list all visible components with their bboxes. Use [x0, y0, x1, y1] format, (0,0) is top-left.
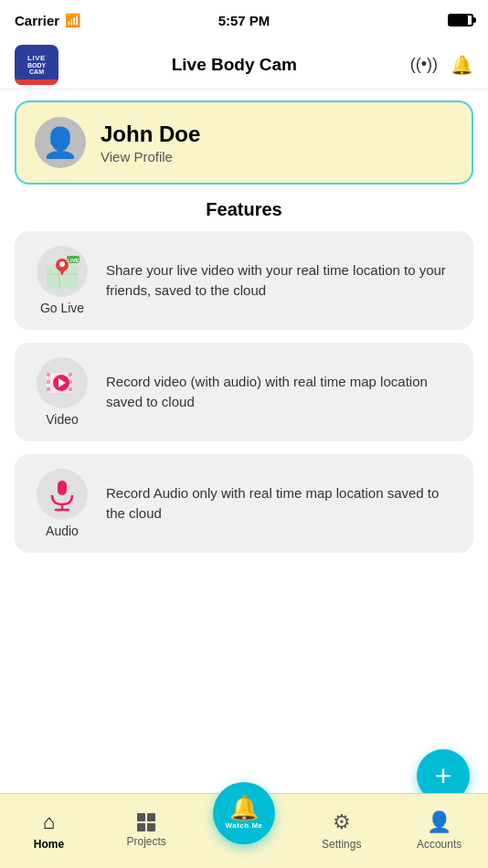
video-icon [41, 362, 83, 404]
audio-icon-circle [37, 469, 88, 520]
audio-icon-wrap: Audio [33, 469, 91, 538]
audio-icon [41, 473, 83, 515]
svg-rect-11 [47, 387, 50, 391]
video-label: Video [46, 412, 79, 427]
header-actions: ((•)) 🔔 [410, 54, 473, 76]
nav-watch-me[interactable]: 🔔 Watch Me [196, 782, 293, 844]
bottom-navigation: ⌂ Home Projects 🔔 Watch Me ⚙ Settings 👤 … [0, 793, 488, 868]
audio-description: Record Audio only with real time map loc… [106, 483, 455, 524]
view-profile-link[interactable]: View Profile [101, 149, 200, 164]
accounts-icon: 👤 [427, 810, 451, 834]
avatar-icon: 👤 [42, 125, 79, 160]
video-icon-circle [37, 357, 88, 408]
notification-bell-icon[interactable]: 🔔 [451, 54, 473, 76]
wifi-icon: 📶 [65, 13, 80, 27]
watch-me-text: Watch Me [225, 821, 262, 830]
go-live-label: Go Live [40, 301, 84, 315]
app-header: LIVE BODY CAM Live Body Cam ((•)) 🔔 [0, 40, 488, 90]
nav-accounts-label: Accounts [417, 838, 461, 851]
plus-icon: + [435, 761, 452, 790]
svg-rect-10 [47, 380, 50, 384]
page-title: Live Body Cam [172, 55, 297, 75]
status-bar: Carrier 📶 5:57 PM [0, 0, 488, 40]
logo-body-text: BODY [27, 62, 46, 69]
watch-me-bell-icon: 🔔 [229, 796, 259, 820]
svg-rect-12 [69, 373, 72, 376]
battery-icon [448, 14, 473, 26]
home-icon: ⌂ [43, 810, 55, 834]
projects-icon [137, 813, 155, 831]
svg-rect-9 [47, 373, 50, 376]
svg-rect-14 [69, 387, 72, 391]
app-logo: LIVE BODY CAM [15, 45, 58, 85]
carrier-text: Carrier [15, 13, 59, 28]
video-description: Record video (with audio) with real time… [106, 372, 455, 412]
logo-live-text: LIVE [27, 55, 46, 62]
go-live-icon-circle: LIVE [37, 246, 88, 297]
nav-projects[interactable]: Projects [98, 806, 196, 848]
nav-projects-label: Projects [127, 835, 166, 848]
go-live-icon: LIVE [41, 250, 83, 292]
svg-text:LIVE: LIVE [67, 258, 79, 263]
svg-rect-17 [58, 481, 67, 495]
audio-feature-card[interactable]: Audio Record Audio only with real time m… [15, 454, 473, 553]
nav-accounts[interactable]: 👤 Accounts [390, 803, 488, 851]
nav-settings[interactable]: ⚙ Settings [292, 803, 390, 851]
nav-settings-label: Settings [322, 838, 361, 851]
logo-red-stripe [15, 79, 58, 85]
nav-home[interactable]: ⌂ Home [0, 803, 98, 851]
features-heading: Features [0, 199, 488, 220]
logo-cam-text: CAM [29, 69, 44, 75]
video-icon-wrap: Video [33, 357, 91, 427]
go-live-icon-wrap: LIVE Go Live [33, 246, 91, 315]
profile-card[interactable]: 👤 John Doe View Profile [15, 101, 473, 185]
go-live-description: Share your live video with your real tim… [106, 260, 455, 301]
go-live-feature-card[interactable]: LIVE Go Live Share your live video with … [15, 231, 473, 330]
profile-name: John Doe [101, 122, 200, 147]
nav-home-label: Home [34, 838, 64, 851]
avatar: 👤 [35, 117, 86, 168]
settings-icon: ⚙ [333, 810, 351, 834]
profile-info: John Doe View Profile [101, 122, 200, 164]
video-feature-card[interactable]: Video Record video (with audio) with rea… [15, 343, 473, 441]
broadcast-icon[interactable]: ((•)) [410, 55, 438, 74]
audio-label: Audio [46, 524, 79, 538]
svg-point-5 [59, 261, 65, 267]
status-bar-right [448, 14, 473, 26]
watch-me-circle: 🔔 Watch Me [213, 782, 275, 844]
time-display: 5:57 PM [218, 13, 271, 28]
status-bar-left: Carrier 📶 [15, 13, 80, 28]
